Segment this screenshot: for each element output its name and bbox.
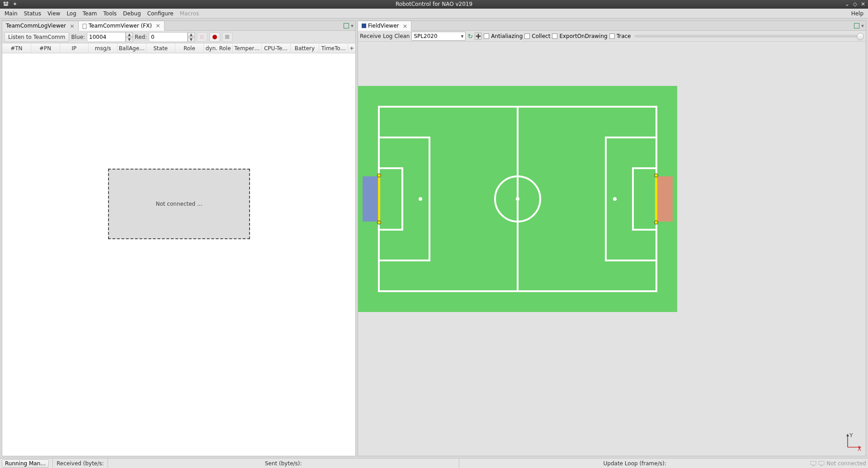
- blue-port-spinner[interactable]: ▲▼: [87, 32, 133, 42]
- stop-icon: [225, 35, 229, 39]
- refresh-icon[interactable]: ↻: [467, 33, 473, 40]
- tab-fieldviewer[interactable]: FieldViewer ×: [358, 21, 411, 31]
- svg-marker-24: [846, 434, 849, 436]
- stat-sent: Sent (byte/s):: [108, 459, 455, 468]
- pane-menu-icon[interactable]: ▾: [861, 23, 864, 29]
- export-checkbox[interactable]: [552, 33, 557, 39]
- red-label: Red:: [135, 34, 147, 40]
- menu-debug[interactable]: Debug: [120, 9, 143, 18]
- window-title: RobotControl for NAO v2019: [396, 1, 472, 7]
- color-picker-button[interactable]: [197, 32, 208, 42]
- svg-point-21: [655, 174, 658, 177]
- listen-button[interactable]: Listen to TeamComm: [4, 32, 69, 42]
- menu-log[interactable]: Log: [64, 9, 79, 18]
- left-pane: TeamCommLogViewer × TeamCommViewer (FX) …: [2, 20, 356, 456]
- connection-status-text: Not connected: [826, 460, 866, 467]
- menu-macros[interactable]: Macros: [177, 9, 202, 18]
- monitor-icon: [810, 461, 816, 466]
- soccer-field: [358, 86, 677, 312]
- dropdown-value: SPL2020: [414, 33, 437, 39]
- svg-rect-2: [4, 4, 8, 6]
- collect-label: Collect: [532, 33, 550, 39]
- axis-indicator: Y X: [844, 433, 862, 452]
- tab-close-icon[interactable]: ×: [156, 22, 160, 29]
- col-state[interactable]: State: [146, 43, 175, 53]
- document-icon: [82, 24, 87, 28]
- monitor-icon: [818, 461, 825, 466]
- svg-point-17: [377, 174, 381, 177]
- svg-text:Y: Y: [849, 433, 853, 439]
- maximize-pane-icon[interactable]: [344, 23, 349, 28]
- maximize-icon[interactable]: ◇: [853, 1, 857, 7]
- col-tn[interactable]: #TN: [2, 43, 31, 53]
- pane-menu-icon[interactable]: ▾: [351, 23, 354, 29]
- fv-log[interactable]: Log: [383, 33, 392, 39]
- menu-help[interactable]: Help: [849, 9, 866, 18]
- record-button[interactable]: [209, 32, 220, 42]
- tab-label: TeamCommViewer (FX): [89, 23, 152, 29]
- spinner-down-icon[interactable]: ▼: [188, 37, 195, 42]
- tab-teamcommviewer-fx[interactable]: TeamCommViewer (FX) ×: [79, 21, 165, 31]
- pin-icon[interactable]: ✦: [13, 1, 17, 7]
- svg-rect-3: [83, 24, 86, 28]
- window-icon: [362, 24, 366, 28]
- not-connected-text: Not connected ...: [156, 201, 203, 207]
- red-port-spinner[interactable]: ▲▼: [149, 32, 195, 42]
- spinner-up-icon[interactable]: ▲: [188, 32, 195, 37]
- right-pane: FieldViewer × ▾ Receive Log Clean SPL202…: [358, 20, 866, 456]
- svg-rect-31: [819, 461, 824, 465]
- col-timeto[interactable]: TimeTo…: [319, 43, 348, 53]
- spinner-down-icon[interactable]: ▼: [126, 37, 133, 42]
- close-icon[interactable]: ✕: [861, 1, 865, 7]
- col-dynrole[interactable]: dyn. Role: [204, 43, 233, 53]
- stop-button[interactable]: [222, 32, 233, 42]
- col-ip[interactable]: IP: [60, 43, 89, 53]
- spinner-up-icon[interactable]: ▲: [126, 32, 133, 37]
- menu-status[interactable]: Status: [21, 9, 44, 18]
- col-ballage[interactable]: BallAge…: [118, 43, 146, 53]
- stat-update-loop: Update Loop (frame/s):: [459, 459, 807, 468]
- col-add[interactable]: +: [348, 43, 355, 53]
- blue-port-input[interactable]: [87, 32, 126, 42]
- col-battery[interactable]: Battery: [291, 43, 320, 53]
- trace-slider[interactable]: [634, 35, 864, 38]
- svg-point-14: [613, 197, 617, 201]
- teamcomm-toolbar: Listen to TeamComm Blue: ▲▼ Red: ▲▼: [2, 31, 355, 43]
- minimize-icon[interactable]: ⌄: [845, 1, 849, 7]
- svg-text:X: X: [858, 446, 861, 451]
- menu-tools[interactable]: Tools: [101, 9, 120, 18]
- tab-teamcommlogviewer[interactable]: TeamCommLogViewer ×: [2, 21, 79, 31]
- tab-label: TeamCommLogViewer: [6, 23, 66, 29]
- trace-label: Trace: [617, 33, 631, 39]
- col-pn[interactable]: #PN: [31, 43, 60, 53]
- left-tabs: TeamCommLogViewer × TeamCommViewer (FX) …: [2, 21, 355, 31]
- field-preset-dropdown[interactable]: SPL2020: [411, 32, 466, 41]
- menu-main[interactable]: Main: [2, 9, 20, 18]
- antialiazing-checkbox[interactable]: [484, 33, 489, 39]
- menu-configure[interactable]: Configure: [145, 9, 176, 18]
- collect-checkbox[interactable]: [524, 33, 530, 39]
- maximize-pane-icon[interactable]: [854, 23, 859, 28]
- tab-close-icon[interactable]: ×: [70, 23, 75, 29]
- tab-close-icon[interactable]: ×: [403, 23, 408, 29]
- field-canvas[interactable]: Y X: [358, 42, 866, 456]
- col-temper[interactable]: Temper…: [233, 43, 262, 53]
- trace-checkbox[interactable]: [609, 33, 615, 39]
- stat-received: Received (byte/s:: [52, 459, 104, 468]
- table-header: #TN #PN IP msg/s BallAge… State Role dyn…: [2, 43, 355, 53]
- svg-rect-19: [656, 176, 673, 222]
- table-body: Not connected ...: [2, 53, 355, 456]
- col-msgs[interactable]: msg/s: [89, 43, 118, 53]
- col-cputemp[interactable]: CPU-Te…: [262, 43, 291, 53]
- col-role[interactable]: Role: [175, 43, 204, 53]
- svg-rect-32: [821, 465, 822, 466]
- fv-receive[interactable]: Receive: [360, 33, 381, 39]
- running-manager-button[interactable]: Running Man…: [2, 459, 49, 468]
- svg-rect-20: [655, 175, 657, 222]
- pan-tool-icon[interactable]: [475, 33, 482, 40]
- fv-clean[interactable]: Clean: [394, 33, 410, 39]
- not-connected-panel: Not connected ...: [108, 169, 250, 239]
- menu-view[interactable]: View: [45, 9, 63, 18]
- red-port-input[interactable]: [149, 32, 188, 42]
- menu-team[interactable]: Team: [80, 9, 100, 18]
